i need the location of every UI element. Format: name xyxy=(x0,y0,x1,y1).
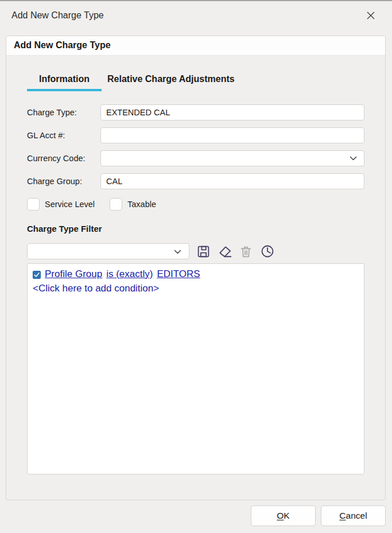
charge-type-form: Charge Type: GL Acct #: Currency Code: C… xyxy=(27,104,364,189)
taxable-label: Taxable xyxy=(127,200,156,209)
dialog-footer: OK Cancel xyxy=(251,505,386,526)
currency-code-label: Currency Code: xyxy=(27,154,100,163)
checked-checkbox-icon xyxy=(33,271,41,279)
condition-operator-link[interactable]: is (exactly) xyxy=(106,269,153,280)
service-level-label: Service Level xyxy=(45,200,95,209)
currency-code-select[interactable] xyxy=(100,150,364,166)
charge-group-row: Charge Group: xyxy=(27,173,364,189)
filter-preset-select[interactable] xyxy=(27,243,189,259)
gl-acct-row: GL Acct #: xyxy=(27,127,364,143)
currency-code-row: Currency Code: xyxy=(27,150,364,166)
panel-body: Information Relative Charge Adjustments … xyxy=(6,74,385,474)
condition-field-link[interactable]: Profile Group xyxy=(45,269,102,280)
charge-group-input[interactable] xyxy=(100,173,364,189)
charge-type-row: Charge Type: xyxy=(27,104,364,120)
cancel-button[interactable]: Cancel xyxy=(321,505,386,526)
gl-acct-label: GL Acct #: xyxy=(27,131,100,140)
condition-value-link[interactable]: EDITORS xyxy=(157,269,200,280)
tab-relative-charge-adjustments[interactable]: Relative Charge Adjustments xyxy=(102,74,240,91)
tab-bar: Information Relative Charge Adjustments xyxy=(27,74,364,91)
checkbox-row: Service Level Taxable xyxy=(27,198,364,211)
window-top-border xyxy=(0,0,392,1)
history-clock-icon xyxy=(260,244,275,259)
eraser-icon xyxy=(218,244,232,259)
save-filter-button[interactable] xyxy=(196,244,211,259)
gl-acct-input[interactable] xyxy=(100,127,364,143)
close-button[interactable] xyxy=(362,7,379,24)
add-charge-type-panel: Add New Charge Type Information Relative… xyxy=(6,36,386,500)
filter-conditions-box[interactable]: Profile Group is (exactly) EDITORS <Clic… xyxy=(27,263,364,474)
condition-checkbox[interactable] xyxy=(33,271,41,279)
taxable-group: Taxable xyxy=(110,198,156,211)
filter-toolbar xyxy=(27,243,364,259)
taxable-checkbox[interactable] xyxy=(110,198,122,211)
title-bar: Add New Charge Type xyxy=(11,7,384,24)
chevron-down-icon xyxy=(174,250,181,255)
window-title: Add New Charge Type xyxy=(11,10,362,21)
ok-button[interactable]: OK xyxy=(251,505,316,526)
add-condition-link[interactable]: <Click here to add condition> xyxy=(33,283,359,294)
service-level-group: Service Level xyxy=(27,198,95,211)
charge-type-filter-heading: Charge Type Filter xyxy=(27,224,364,234)
tab-information[interactable]: Information xyxy=(27,74,102,91)
charge-group-label: Charge Group: xyxy=(27,177,100,186)
close-icon xyxy=(364,9,377,22)
charge-type-input[interactable] xyxy=(100,104,364,120)
trash-icon xyxy=(239,244,253,259)
clear-filter-button[interactable] xyxy=(217,244,232,259)
delete-filter-button[interactable] xyxy=(238,244,254,259)
filter-condition-row: Profile Group is (exactly) EDITORS xyxy=(33,269,359,280)
save-icon xyxy=(196,244,211,259)
service-level-checkbox[interactable] xyxy=(27,198,40,211)
panel-title: Add New Charge Type xyxy=(6,36,385,56)
charge-type-label: Charge Type: xyxy=(27,108,100,117)
filter-history-button[interactable] xyxy=(259,244,275,259)
